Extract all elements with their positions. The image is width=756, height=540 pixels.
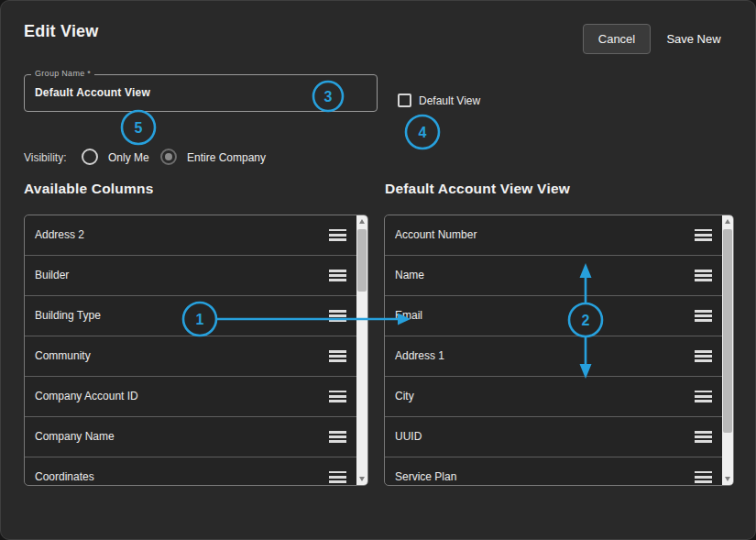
drag-handle-icon[interactable]	[695, 431, 712, 443]
arrow-up-icon	[725, 219, 730, 224]
save-new-button[interactable]: Save New	[657, 24, 730, 54]
drag-handle-icon[interactable]	[695, 310, 712, 322]
radio-only-me[interactable]	[82, 149, 98, 165]
column-name: Building Type	[35, 296, 101, 336]
column-name: Company Account ID	[35, 377, 138, 416]
column-name: UUID	[395, 417, 422, 457]
column-name: Address 1	[395, 336, 444, 376]
column-name: Address 2	[35, 215, 84, 255]
radio-entire-company[interactable]	[160, 149, 177, 165]
column-list-item[interactable]: Address 2	[25, 215, 356, 256]
arrow-down-icon	[725, 477, 730, 481]
column-list-item[interactable]: Building Type	[25, 296, 356, 336]
drag-handle-icon[interactable]	[695, 350, 712, 362]
selected-columns-heading: Default Account View View	[385, 181, 570, 197]
scroll-up-button[interactable]	[356, 215, 367, 228]
radio-only-me-label: Only Me	[108, 151, 149, 164]
annotation-circle-4	[406, 116, 439, 149]
radio-entire-company-label: Entire Company	[187, 151, 266, 164]
column-name: Builder	[35, 256, 69, 295]
drag-handle-icon[interactable]	[695, 471, 712, 483]
scroll-down-button[interactable]	[722, 472, 733, 485]
available-columns-list: Address 2BuilderBuilding TypeCommunityCo…	[24, 215, 368, 486]
column-list-item[interactable]: Name	[385, 256, 722, 296]
drag-handle-icon[interactable]	[329, 270, 346, 281]
arrow-down-icon	[359, 477, 365, 481]
column-list-item[interactable]: Account Number	[385, 215, 722, 256]
column-name: Coordinates	[35, 457, 94, 486]
selected-columns-list: Account NumberNameEmailAddress 1CityUUID…	[384, 215, 734, 486]
annotation-number-4: 4	[419, 125, 427, 140]
scrollbar-thumb[interactable]	[723, 229, 732, 433]
column-list-item[interactable]: Service Plan	[385, 457, 722, 486]
radio-selected-dot	[165, 153, 172, 160]
column-list-item[interactable]: City	[385, 377, 722, 417]
drag-handle-icon[interactable]	[329, 350, 346, 362]
drag-handle-icon[interactable]	[329, 229, 346, 241]
column-list-item[interactable]: Address 1	[385, 336, 722, 377]
group-name-value: Default Account View	[35, 75, 150, 111]
column-name: Account Number	[395, 215, 477, 255]
scrollbar[interactable]	[722, 215, 733, 485]
visibility-label: Visibility:	[24, 151, 66, 164]
column-list-item[interactable]: Builder	[25, 256, 356, 296]
column-name: City	[395, 377, 414, 416]
column-name: Company Name	[35, 417, 115, 457]
scrollbar[interactable]	[356, 215, 367, 485]
scroll-up-button[interactable]	[722, 215, 733, 228]
column-name: Email	[395, 296, 422, 336]
column-list-item[interactable]: Community	[25, 336, 356, 377]
column-name: Community	[35, 336, 91, 376]
dialog-title: Edit View	[24, 22, 99, 41]
column-name: Name	[395, 256, 424, 295]
column-list-item[interactable]: Company Account ID	[25, 377, 356, 417]
group-name-field[interactable]: Group Name * Default Account View	[24, 74, 378, 112]
drag-handle-icon[interactable]	[329, 310, 346, 322]
scrollbar-thumb[interactable]	[357, 229, 367, 292]
edit-view-dialog: Edit View Cancel Save New Group Name * D…	[0, 0, 756, 540]
available-columns-heading: Available Columns	[24, 181, 154, 197]
drag-handle-icon[interactable]	[329, 391, 346, 402]
column-list-item[interactable]: Email	[385, 296, 722, 336]
default-view-checkbox[interactable]	[398, 94, 411, 107]
column-name: Service Plan	[395, 457, 456, 486]
scroll-down-button[interactable]	[356, 472, 367, 485]
drag-handle-icon[interactable]	[329, 471, 346, 483]
column-list-item[interactable]: UUID	[385, 417, 722, 457]
drag-handle-icon[interactable]	[329, 431, 346, 443]
column-list-item[interactable]: Coordinates	[25, 457, 356, 486]
cancel-button[interactable]: Cancel	[583, 24, 651, 54]
default-view-label: Default View	[419, 94, 480, 107]
annotation-circle-5	[122, 111, 155, 144]
annotation-number-5: 5	[135, 120, 143, 136]
arrow-up-icon	[359, 219, 365, 224]
drag-handle-icon[interactable]	[695, 229, 712, 241]
column-list-item[interactable]: Company Name	[25, 417, 356, 457]
drag-handle-icon[interactable]	[695, 391, 712, 402]
drag-handle-icon[interactable]	[695, 270, 712, 281]
